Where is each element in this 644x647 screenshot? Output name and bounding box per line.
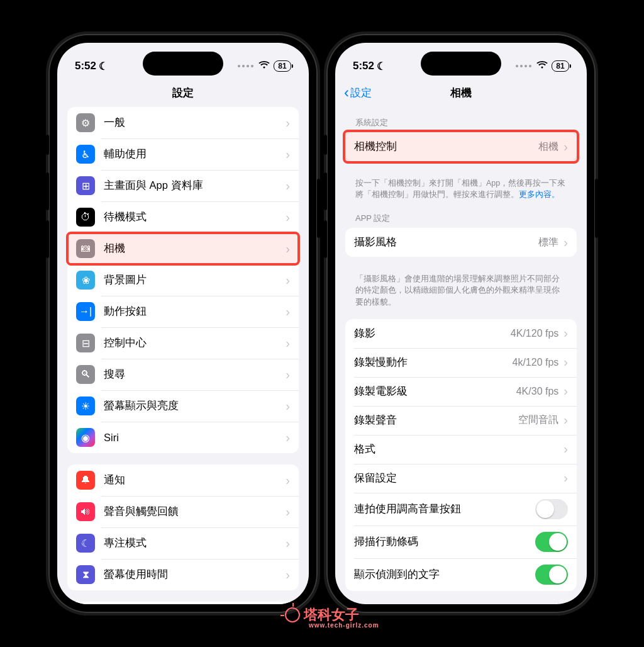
row-photographic-style[interactable]: 攝影風格 標準 › [345,228,577,257]
row-label: 錄影 [354,327,511,340]
chevron-right-icon: › [286,273,290,288]
battery-icon: 81 [274,60,291,72]
screen-right: 5:52 ☾ 81 ‹ 設定 相機 系統設定 相機控制 [335,43,587,604]
chevron-right-icon: › [286,242,290,256]
settings-row-camera-icon[interactable]: 📷︎相機› [67,233,299,264]
chevron-right-icon: › [564,442,568,456]
settings-row-control-icon[interactable]: ⊟控制中心› [67,327,299,359]
row-label: 動作按鈕 [104,305,286,318]
settings-row-notifications-icon[interactable]: 🔔︎通知› [67,464,299,496]
row-label: 搜尋 [104,368,286,381]
toggle-switch[interactable] [535,499,568,519]
settings-row-home-icon[interactable]: ⊞主畫面與 App 資料庫› [67,170,299,201]
nav-bar: 設定 [57,78,309,107]
settings-row-screentime-icon[interactable]: ⧗螢幕使用時間› [67,559,299,590]
toggle-row-掃描行動條碼[interactable]: 掃描行動條碼 [345,526,577,558]
chevron-right-icon: › [564,140,568,154]
settings-row-display-icon[interactable]: ☀︎螢幕顯示與亮度› [67,390,299,422]
settings-row-accessibility-icon[interactable]: ♿︎輔助使用› [67,138,299,170]
display-icon: ☀︎ [76,397,95,415]
row-value: 空間音訊 [518,414,558,427]
focus-icon: ☾ [76,534,95,553]
chevron-right-icon: › [286,147,290,162]
status-time: 5:52 [75,60,96,72]
settings-list[interactable]: ⚙︎一般›♿︎輔助使用›⊞主畫面與 App 資料庫›⏱待機模式›📷︎相機›❀背景… [57,107,309,604]
back-label: 設定 [350,86,372,100]
row-label: Siri [104,432,286,444]
more-link[interactable]: 更多內容。 [519,190,560,199]
settings-row-search-icon[interactable]: 🔍︎搜尋› [67,359,299,390]
row-label: 格式 [354,442,564,456]
chevron-right-icon: › [286,336,290,351]
chevron-right-icon: › [286,179,290,193]
dynamic-island [421,52,501,76]
row-label: 聲音與觸覺回饋 [104,505,286,519]
chevron-right-icon: › [286,536,290,551]
accessibility-icon: ♿︎ [76,145,95,164]
row-label: 螢幕使用時間 [104,568,286,582]
phone-left-frame: 5:52 ☾ 81 設定 ⚙︎一般›♿︎輔助使用›⊞主畫面與 App 資料庫›⏱… [48,34,318,613]
status-time: 5:52 [353,60,374,72]
settings-row-格式[interactable]: 格式› [345,435,577,464]
chevron-right-icon: › [286,473,290,488]
settings-row-standby-icon[interactable]: ⏱待機模式› [67,201,299,233]
section-footer-app: 「攝影風格」會使用進階的場景理解來調整照片不同部分的特定顏色，以精緻細節個人化膚… [345,268,577,310]
section-footer-system: 按一下「相機控制」來打開「相機」App，然後再按一下來將「相機控制」用做快門。輕… [345,172,577,203]
chevron-left-icon: ‹ [344,85,349,100]
row-label: 顯示偵測到的文字 [354,568,535,582]
toggle-switch[interactable] [535,532,568,552]
signal-dots-icon [516,65,531,67]
screentime-icon: ⧗ [76,565,95,584]
watermark-sub: www.tech-girlz.com [309,622,379,629]
settings-row-sound-icon[interactable]: 🔊︎聲音與觸覺回饋› [67,496,299,527]
row-label: 待機模式 [104,210,286,224]
chevron-right-icon: › [286,399,290,414]
settings-row-錄製電影級[interactable]: 錄製電影級4K/30 fps› [345,377,577,406]
row-value: 4k/120 fps [513,357,559,368]
row-label: 錄製慢動作 [354,356,513,369]
moon-icon: ☾ [99,60,108,73]
row-label: 連拍使用調高音量按鈕 [354,502,535,516]
action-icon: →| [76,302,95,321]
row-label: 掃描行動條碼 [354,535,535,549]
wifi-icon [536,60,548,72]
toggle-row-顯示偵測到的文字[interactable]: 顯示偵測到的文字 [345,558,577,591]
row-label: 錄製電影級 [354,385,516,398]
section-header-system: 系統設定 [345,107,577,132]
settings-row-錄製聲音[interactable]: 錄製聲音空間音訊› [345,406,577,435]
row-label: 主畫面與 App 資料庫 [104,179,286,193]
back-button[interactable]: ‹ 設定 [344,85,372,100]
wallpaper-icon: ❀ [76,271,95,290]
settings-row-action-icon[interactable]: →|動作按鈕› [67,296,299,327]
toggle-row-連拍使用調高音量按鈕[interactable]: 連拍使用調高音量按鈕 [345,493,577,526]
settings-row-siri-icon[interactable]: ◉Siri› [67,422,299,453]
home-icon: ⊞ [76,176,95,195]
settings-row-faceid-icon[interactable]: ⊡Face ID 與密碼› [67,602,299,604]
settings-row-gear-icon[interactable]: ⚙︎一般› [67,107,299,138]
row-label: 螢幕顯示與亮度 [104,399,286,413]
settings-row-focus-icon[interactable]: ☾專注模式› [67,527,299,559]
chevron-right-icon: › [286,210,290,225]
row-label: 專注模式 [104,536,286,550]
row-label: 一般 [104,116,286,130]
toggle-switch[interactable] [535,565,568,585]
sound-icon: 🔊︎ [76,502,95,521]
settings-row-錄影[interactable]: 錄影4K/120 fps› [345,319,577,348]
standby-icon: ⏱ [76,208,95,227]
settings-row-錄製慢動作[interactable]: 錄製慢動作4k/120 fps› [345,348,577,377]
chevron-right-icon: › [286,305,290,319]
row-value: 4K/120 fps [511,328,559,339]
moon-icon: ☾ [377,60,386,73]
row-camera-control[interactable]: 相機控制 相機 › [345,132,577,161]
phone-right-frame: 5:52 ☾ 81 ‹ 設定 相機 系統設定 相機控制 [326,34,596,613]
row-label: 控制中心 [104,336,286,350]
chevron-right-icon: › [286,505,290,519]
chevron-right-icon: › [564,235,568,250]
camera-settings-list[interactable]: 系統設定 相機控制 相機 › 按一下「相機控制」來打開「相機」App，然後再按一… [335,107,587,604]
screen-left: 5:52 ☾ 81 設定 ⚙︎一般›♿︎輔助使用›⊞主畫面與 App 資料庫›⏱… [57,43,309,604]
chevron-right-icon: › [286,116,290,130]
control-icon: ⊟ [76,334,95,352]
settings-row-保留設定[interactable]: 保留設定› [345,464,577,493]
settings-row-wallpaper-icon[interactable]: ❀背景圖片› [67,264,299,296]
dynamic-island [143,52,223,76]
